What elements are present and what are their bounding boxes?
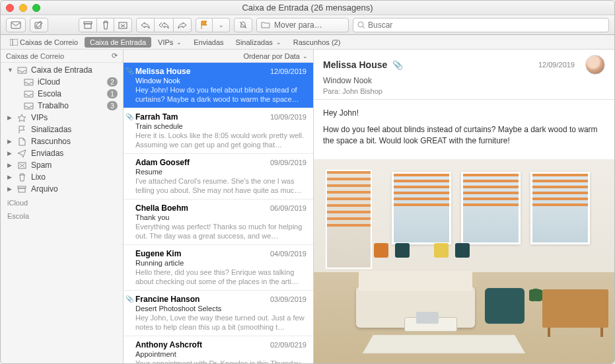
favorites-bar: Caixas de Correio Caixa de Entrada VIPs⌄…	[1, 35, 614, 50]
message-from: Chella Boehm	[135, 203, 188, 213]
sidebar-item-label: VIPs	[31, 113, 118, 122]
body-line-2: How do you feel about blinds instead of …	[323, 124, 605, 147]
sidebar-header: Caixas de Correio ⟳	[1, 50, 123, 63]
disclosure-triangle[interactable]: ▶	[7, 150, 13, 157]
message-row[interactable]: 📎Francine Hanson03/09/2019Desert Photosh…	[124, 291, 313, 336]
fav-inbox[interactable]: Caixa de Entrada	[85, 37, 151, 48]
delete-button[interactable]	[97, 18, 114, 32]
disclosure-triangle[interactable]: ▶	[7, 186, 13, 192]
minimize-window-button[interactable]	[19, 4, 27, 12]
message-date: 02/09/0219	[270, 341, 307, 349]
message-subject: Window Nook	[323, 76, 605, 85]
svg-rect-10	[18, 188, 25, 192]
sidebar-item-3[interactable]: Trabalho3	[1, 100, 123, 112]
chevron-down-icon: ⌄	[276, 39, 281, 46]
flag-button[interactable]	[196, 18, 213, 32]
sidebar-item-9[interactable]: ▶Lixo	[1, 171, 123, 183]
sidebar-item-4[interactable]: ▶VIPs	[1, 112, 123, 124]
message-subject: Desert Photoshoot Selects	[135, 305, 307, 312]
disclosure-triangle[interactable]: ▶	[7, 174, 13, 180]
forward-icon	[178, 21, 187, 29]
sidebar-item-0[interactable]: ▼Caixa de Entrada	[1, 64, 123, 76]
disclosure-triangle[interactable]: ▶	[7, 138, 13, 145]
flag-menu-button[interactable]: ⌄	[213, 18, 230, 32]
sidebar-item-label: Arquivo	[31, 184, 118, 194]
message-row[interactable]: 📎Melissa House12/09/2019Window NookHey J…	[124, 63, 313, 108]
message-preview: Hey John, Love the way these turned out.…	[135, 313, 307, 332]
unread-badge: 1	[107, 89, 118, 98]
sort-header[interactable]: Ordenar por Data ⌄	[124, 50, 313, 63]
message-preview: Your appointment with Dr. Knowles is thi…	[135, 359, 307, 364]
message-from: Melissa House	[135, 67, 190, 76]
fav-drafts[interactable]: Rascunhos (2)	[288, 37, 346, 48]
star-icon	[17, 113, 27, 122]
message-subject: Running article	[135, 259, 307, 267]
traffic-lights	[6, 4, 40, 12]
sidebar-item-10[interactable]: ▶Arquivo	[1, 183, 123, 195]
reply-group	[136, 18, 192, 32]
compose-button[interactable]	[30, 18, 48, 32]
sidebar-item-label: Spam	[31, 161, 118, 170]
sidebar-account-0[interactable]: iCloud	[1, 196, 123, 209]
svg-rect-0	[11, 22, 20, 28]
get-mail-button[interactable]	[6, 18, 26, 32]
fav-mailboxes-label: Caixas de Correio	[20, 38, 78, 46]
move-to-select[interactable]: Mover para…	[256, 18, 349, 32]
sidebar-item-1[interactable]: iCloud2	[1, 76, 123, 88]
sidebar-item-8[interactable]: ▶Spam	[1, 159, 123, 171]
reply-button[interactable]	[136, 18, 155, 32]
svg-rect-3	[85, 24, 91, 28]
disclosure-triangle[interactable]: ▼	[7, 67, 13, 73]
sidebar-account-1[interactable]: Escola	[1, 209, 123, 223]
inbox-icon	[23, 101, 34, 110]
delete-group	[79, 18, 132, 32]
message-row[interactable]: Chella Boehm06/09/2019Thank youEverythin…	[124, 200, 313, 245]
bell-slash-icon	[238, 20, 248, 30]
message-list: 📎Melissa House12/09/2019Window NookHey J…	[124, 63, 313, 364]
message-row[interactable]: 📎Farrah Tam10/09/2019Train scheduleHere …	[124, 108, 313, 154]
close-window-button[interactable]	[6, 4, 14, 12]
search-field[interactable]	[353, 18, 609, 32]
message-row[interactable]: Anthony Ashcroft02/09/0219AppointmentYou…	[124, 336, 313, 364]
junk-icon	[118, 21, 127, 29]
message-row[interactable]: Adam Gooseff09/09/2019ResumeI've attache…	[124, 154, 313, 200]
zoom-window-button[interactable]	[32, 4, 40, 12]
sync-icon[interactable]: ⟳	[112, 52, 118, 60]
mute-button[interactable]	[234, 18, 252, 32]
fav-vips[interactable]: VIPs⌄	[153, 37, 187, 48]
main-content: Caixas de Correio ⟳ ▼Caixa de EntradaiCl…	[1, 50, 614, 364]
attachment-icon: 📎	[126, 113, 133, 120]
sidebar-item-label: Lixo	[31, 172, 118, 182]
sidebar-accounts: iCloudEscola	[1, 196, 123, 223]
message-attachment-image	[314, 159, 614, 364]
chevron-down-icon: ⌄	[176, 39, 182, 46]
junk-button[interactable]	[114, 18, 132, 32]
sent-icon	[17, 149, 27, 158]
unread-badge: 2	[107, 77, 118, 87]
disclosure-triangle[interactable]: ▶	[7, 114, 13, 121]
sidebar-item-label: Sinalizadas	[31, 125, 118, 134]
sidebar-mailbox-list: ▼Caixa de EntradaiCloud2Escola1Trabalho3…	[1, 63, 123, 196]
svg-rect-6	[10, 39, 18, 46]
flag-icon	[17, 125, 27, 134]
junk-icon	[17, 161, 27, 170]
message-date: 12/09/2019	[270, 67, 307, 75]
message-row[interactable]: Eugene Kim04/09/2019Running articleHello…	[124, 245, 313, 291]
forward-button[interactable]	[174, 18, 192, 32]
fav-sent[interactable]: Enviadas	[188, 37, 229, 48]
search-input[interactable]	[368, 20, 604, 30]
reply-all-button[interactable]	[155, 18, 174, 32]
sidebar-item-7[interactable]: ▶Enviadas	[1, 147, 123, 159]
sidebar-item-5[interactable]: Sinalizadas	[1, 124, 123, 135]
trash-icon	[102, 20, 110, 30]
move-to-label: Mover para…	[274, 20, 322, 30]
message-subject: Window Nook	[135, 77, 307, 85]
disclosure-triangle[interactable]: ▶	[7, 162, 13, 168]
sidebar-item-2[interactable]: Escola1	[1, 88, 123, 100]
archive-button[interactable]	[79, 18, 97, 32]
sidebar-item-6[interactable]: ▶Rascunhos	[1, 135, 123, 147]
fav-flagged[interactable]: Sinalizadas⌄	[231, 37, 287, 48]
message-header: Melissa House 📎 12/09/2019 Window Nook P…	[314, 50, 614, 100]
message-subject: Thank you	[135, 213, 307, 221]
fav-mailboxes-toggle[interactable]: Caixas de Correio	[5, 37, 83, 48]
